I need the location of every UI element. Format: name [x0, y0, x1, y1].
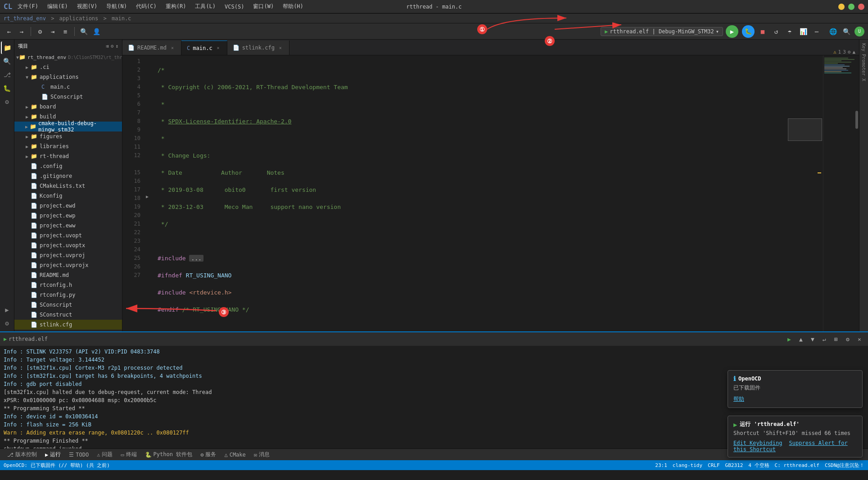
tree-root[interactable]: ▼ 📁 rt_thread_env D:\ClionSTM32\rt_threa… [14, 52, 122, 62]
notification-edit-keybinding-link[interactable]: Edit Keybinding [733, 440, 782, 446]
toolbar-user-btn[interactable]: 👤 [91, 26, 102, 37]
toolbar-forward-btn[interactable]: → [16, 26, 27, 37]
activity-debug[interactable]: 🐛 [1, 82, 14, 95]
scrollbar-track[interactable] [854, 55, 859, 331]
code-editor[interactable]: 1 2 3 4 5 6 7 8 9 10 11 12 15 16 17 18 1… [122, 55, 859, 331]
run-ctrl-down[interactable]: ▼ [808, 334, 818, 344]
status-file[interactable]: C: rtthread.elf [775, 462, 819, 468]
tree-item-project-uvoptx[interactable]: ▶ 📄 project.uvoptx [14, 240, 122, 250]
footer-tab-problems[interactable]: ⚠ 问题 [93, 450, 116, 459]
tab-settings-btn[interactable]: ⚙ [848, 49, 851, 55]
footer-tab-messages[interactable]: ✉ 消息 [250, 450, 273, 459]
activity-search[interactable]: 🔍 [1, 55, 14, 68]
toolbar-more-btn[interactable]: ⋯ [811, 26, 822, 37]
toolbar-auto-indent-btn[interactable]: ≡ [60, 26, 71, 37]
tab-stlink[interactable]: 📄 stlink.cfg × [227, 41, 289, 55]
run-ctrl-filter[interactable]: ⊞ [831, 334, 841, 344]
run-ctrl-close[interactable]: × [854, 334, 864, 344]
toolbar-search-btn[interactable]: 🔍 [78, 26, 89, 37]
tree-item-project-ewd[interactable]: ▶ 📄 project.ewd [14, 201, 122, 211]
tree-item-cmake-build[interactable]: ▶ 📁 cmake-build-debug-mingw_stm32 [14, 122, 122, 131]
tree-item-sconstruct[interactable]: ▶ 📄 SConstruct [14, 310, 122, 320]
toolbar-reformat-btn[interactable]: ⇥ [47, 26, 58, 37]
activity-extensions[interactable]: ⚙ [1, 95, 14, 108]
menu-help[interactable]: 帮助(H) [279, 2, 307, 11]
footer-tab-services[interactable]: ⚙ 服务 [197, 450, 220, 459]
run-ctrl-wrap[interactable]: ↵ [819, 334, 829, 344]
footer-tab-run[interactable]: ▶ 运行 [41, 450, 64, 459]
tree-item-template-ewp[interactable]: ▶ 📄 template.ewp [14, 330, 122, 331]
menu-refactor[interactable]: 重构(R) [162, 2, 190, 11]
status-linter[interactable]: clang-tidy [673, 462, 702, 468]
tree-item-mainc[interactable]: ▶ C main.c [14, 82, 122, 92]
tree-item-cmakelists[interactable]: ▶ 📄 CMakeLists.txt [14, 181, 122, 191]
tree-item-sconscript-apps[interactable]: ▶ 📄 SConscript [14, 92, 122, 102]
menu-navigate[interactable]: 导航(N) [103, 2, 131, 11]
tab-stlink-close[interactable]: × [277, 45, 284, 51]
tab-mainc-close[interactable]: × [215, 45, 222, 51]
tree-item-libraries[interactable]: ▶ 📁 libraries [14, 141, 122, 151]
toolbar-coverage-btn[interactable]: ☂ [784, 26, 795, 37]
run-ctrl-restart[interactable]: ▶ [784, 334, 794, 344]
menu-code[interactable]: 代码(C) [132, 2, 160, 11]
menu-vcs[interactable]: VCS(S) [221, 3, 248, 11]
tree-item-project-ewp[interactable]: ▶ 📄 project.ewp [14, 211, 122, 221]
tree-item-project-uvopt[interactable]: ▶ 📄 project.uvopt [14, 231, 122, 240]
activity-git[interactable]: ⎇ [1, 68, 14, 81]
tree-item-figures[interactable]: ▶ 📁 figures [14, 131, 122, 141]
run-button[interactable]: ▶ [726, 25, 738, 38]
tree-item-kconfig[interactable]: ▶ 📄 Kconfig [14, 191, 122, 201]
tree-item-rtconfig-h[interactable]: ▶ 📄 rtconfig.h [14, 280, 122, 290]
toolbar-search2-btn[interactable]: 🔍 [841, 26, 852, 37]
minimize-button[interactable] [838, 4, 845, 10]
activity-settings-panel[interactable]: ⚙ [1, 317, 14, 330]
tree-item-readme[interactable]: ▶ 📄 README.md [14, 270, 122, 280]
tree-item-gitignore[interactable]: ▶ 📄 .gitignore [14, 171, 122, 181]
breadcrumb-project[interactable]: rt_thread_env [4, 15, 46, 22]
status-position[interactable]: 23:1 [655, 462, 667, 468]
footer-tab-cmake[interactable]: △ CMake [221, 451, 249, 459]
breadcrumb-apps[interactable]: applications [59, 15, 99, 22]
debug-button[interactable]: 🐛 [742, 25, 755, 38]
notification-help-link[interactable]: 帮助 [733, 396, 744, 402]
sidebar-sort-btn[interactable]: ↕ [115, 43, 118, 49]
tree-item-stlink[interactable]: ▶ 📄 stlink.cfg [14, 320, 122, 330]
tree-item-project-uvproj[interactable]: ▶ 📄 project.uvproj [14, 250, 122, 260]
menu-edit[interactable]: 编辑(E) [44, 2, 72, 11]
status-eol[interactable]: CRLF [708, 462, 720, 468]
toolbar-stop-btn[interactable]: ■ [757, 26, 768, 37]
footer-tab-python[interactable]: 🐍 Python 软件包 [141, 450, 196, 459]
menu-view[interactable]: 视图(V) [73, 2, 101, 11]
tree-item-board[interactable]: ▶ 📁 board [14, 102, 122, 112]
code-content[interactable]: /* * Copyright (c) 2006-2021, RT-Thread … [150, 55, 823, 331]
tree-item-rtconfig-py[interactable]: ▶ 📄 rtconfig.py [14, 290, 122, 300]
right-panel-label[interactable]: Key Promoter X [861, 43, 866, 81]
tab-readme[interactable]: 📄 README.md × [122, 41, 181, 55]
tab-collapse-btn[interactable]: ▲ [852, 49, 855, 55]
tree-item-ci[interactable]: ▶ 📁 .ci [14, 62, 122, 72]
toolbar-avatar[interactable]: U [854, 27, 864, 36]
run-ctrl-up[interactable]: ▲ [796, 334, 806, 344]
status-encoding[interactable]: GB2312 [725, 462, 743, 468]
tab-readme-close[interactable]: × [169, 45, 176, 51]
tree-item-rt-thread[interactable]: ▶ 📁 rt-thread [14, 151, 122, 161]
toolbar-settings-btn[interactable]: ⚙ [35, 26, 45, 37]
toolbar-profile-btn[interactable]: 📊 [798, 26, 809, 37]
sidebar-collapse-btn[interactable]: ⇉ [106, 43, 109, 49]
footer-tab-todo[interactable]: ☰ TODO [65, 451, 92, 459]
maximize-button[interactable] [848, 4, 854, 10]
toolbar-back-btn[interactable]: ← [4, 26, 14, 37]
sidebar-settings-btn[interactable]: ⚙ [111, 43, 114, 49]
status-indent[interactable]: 4 个空格 [748, 462, 769, 469]
footer-tab-vcs[interactable]: ⎇ 版本控制 [4, 450, 41, 459]
toolbar-reload-btn[interactable]: ↺ [771, 26, 782, 37]
breadcrumb-file[interactable]: main.c [112, 15, 131, 22]
run-ctrl-settings[interactable]: ⚙ [843, 334, 853, 344]
activity-run-panel[interactable]: ▶ [1, 303, 14, 316]
scrollbar-thumb[interactable] [855, 111, 858, 129]
menu-window[interactable]: 窗口(W) [249, 2, 277, 11]
footer-tab-terminal[interactable]: ▭ 终端 [117, 450, 140, 459]
tab-mainc[interactable]: C main.c × [181, 41, 227, 55]
menu-tools[interactable]: 工具(L) [191, 2, 219, 11]
tree-item-project-uvprojx[interactable]: ▶ 📄 project.uvprojx [14, 260, 122, 270]
